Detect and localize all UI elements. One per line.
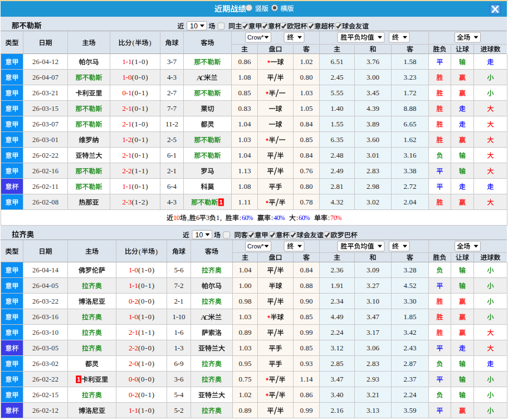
svg-text:7-2: 7-2	[174, 281, 184, 290]
svg-text:3.40: 3.40	[331, 390, 344, 399]
svg-text:2.16: 2.16	[331, 406, 344, 414]
svg-text:C: C	[200, 74, 205, 82]
svg-text:(1-0): (1-0)	[138, 406, 154, 414]
svg-text:1-1: 1-1	[123, 182, 132, 191]
svg-text:3.01: 3.01	[367, 151, 379, 159]
svg-text:0.89: 0.89	[239, 328, 252, 336]
svg-text:1.02: 1.02	[239, 390, 252, 399]
svg-text:(0-1): (0-1)	[132, 135, 148, 144]
svg-text:1.85: 1.85	[404, 312, 417, 321]
svg-text:1-0: 1-0	[129, 266, 138, 274]
svg-text:0.80: 0.80	[300, 182, 313, 191]
svg-text:3.60: 3.60	[367, 135, 379, 144]
svg-text:10: 10	[196, 231, 203, 239]
svg-text:2.36: 2.36	[331, 266, 344, 274]
svg-text:2-7: 2-7	[167, 89, 177, 97]
svg-text:1.03: 1.03	[238, 135, 251, 144]
svg-text:0-1: 0-1	[123, 89, 132, 97]
svg-text:2-5: 2-5	[167, 135, 177, 144]
svg-text:0.83: 0.83	[238, 104, 251, 113]
svg-text:1.58: 1.58	[404, 57, 417, 66]
svg-text:2.37: 2.37	[404, 375, 417, 383]
svg-text:(0-1): (0-1)	[132, 182, 148, 191]
svg-text:4-3: 4-3	[167, 198, 177, 206]
svg-text:2-2: 2-2	[123, 167, 132, 175]
svg-text:(0-0): (0-0)	[132, 73, 148, 81]
svg-text:1.55: 1.55	[331, 120, 344, 128]
svg-text:2.45: 2.45	[331, 73, 344, 81]
svg-text:3.13: 3.13	[367, 406, 379, 414]
svg-text:0.90: 0.90	[300, 297, 313, 305]
svg-text:(0-1): (0-1)	[132, 89, 148, 97]
svg-text:2.93: 2.93	[367, 375, 379, 383]
svg-text:0.78: 0.78	[300, 198, 313, 206]
svg-text:3.47: 3.47	[367, 312, 380, 321]
svg-text:4.49: 4.49	[331, 312, 344, 321]
svg-text:3.17: 3.17	[367, 328, 380, 336]
svg-text:2.87: 2.87	[404, 359, 417, 368]
svg-text:%: %	[248, 214, 253, 221]
svg-text:4.52: 4.52	[404, 281, 417, 290]
svg-text:26-03-15: 26-03-15	[32, 105, 58, 113]
svg-text:4.39: 4.39	[367, 104, 379, 113]
svg-text:6.35: 6.35	[331, 135, 344, 144]
svg-text:(0-1): (0-1)	[132, 104, 148, 113]
svg-text:2-3: 2-3	[123, 198, 132, 206]
svg-text:5-6: 5-6	[174, 266, 184, 274]
svg-text:(0-0): (0-0)	[138, 297, 154, 305]
svg-text:(1-2): (1-2)	[132, 198, 148, 206]
svg-text:2.24: 2.24	[331, 328, 344, 336]
svg-text:11-2: 11-2	[165, 120, 178, 128]
svg-text:26-04-07: 26-04-07	[32, 74, 58, 81]
svg-text:3.30: 3.30	[404, 297, 417, 305]
svg-text:3.45: 3.45	[367, 89, 379, 97]
svg-text:1.00: 1.00	[239, 281, 252, 290]
svg-text:0.84: 0.84	[300, 151, 314, 159]
svg-text:0.98: 0.98	[239, 297, 252, 305]
svg-text:2-1: 2-1	[129, 328, 138, 336]
svg-text:0.80: 0.80	[300, 73, 313, 81]
svg-text:1-1: 1-1	[129, 281, 138, 290]
svg-text:(0-1): (0-1)	[132, 151, 148, 159]
svg-text:(1-0): (1-0)	[132, 57, 148, 66]
svg-text:26-02-22: 26-02-22	[32, 375, 58, 383]
svg-text:26-02-16: 26-02-16	[32, 167, 58, 175]
svg-text:1.11: 1.11	[238, 198, 251, 206]
svg-text:(1-0): (1-0)	[138, 359, 154, 368]
svg-text:6: 6	[196, 214, 199, 222]
svg-text:3.38: 3.38	[404, 167, 417, 175]
svg-text:26-02-08: 26-02-08	[32, 198, 58, 206]
svg-text:26-04-05: 26-04-05	[32, 282, 58, 290]
svg-text:(1-0): (1-0)	[132, 120, 148, 128]
svg-text:(1-1): (1-1)	[132, 167, 148, 175]
svg-text:(1-0): (1-0)	[138, 312, 154, 321]
svg-text:1.03: 1.03	[300, 89, 313, 97]
svg-text:10: 10	[190, 22, 198, 30]
svg-text:26-02-22: 26-02-22	[32, 152, 58, 159]
svg-text:3.27: 3.27	[367, 281, 380, 290]
svg-text:6-9: 6-9	[174, 359, 184, 368]
svg-text:): )	[155, 248, 158, 256]
svg-text:2.34: 2.34	[331, 297, 344, 305]
svg-text:(1-1): (1-1)	[138, 328, 154, 336]
svg-text:3-7: 3-7	[167, 57, 177, 66]
svg-text:(0-0): (0-0)	[138, 344, 154, 352]
svg-text:(: (	[133, 39, 135, 47]
svg-text:1-2: 1-2	[123, 135, 132, 144]
svg-text:(0-1): (0-1)	[138, 281, 154, 290]
svg-text:26-03-01: 26-03-01	[32, 136, 58, 144]
svg-text:26-03-02: 26-03-02	[32, 360, 58, 368]
svg-text:Crow*: Crow*	[247, 34, 264, 41]
svg-text:1: 1	[219, 199, 223, 206]
svg-text:1: 1	[77, 376, 80, 383]
svg-text:8.88: 8.88	[404, 104, 417, 113]
svg-text:0-2: 0-2	[129, 390, 138, 399]
svg-text:0.75: 0.75	[239, 375, 252, 383]
svg-text:1-6: 1-6	[174, 328, 184, 336]
svg-text:0.84: 0.84	[300, 266, 314, 274]
svg-text:26-02-15: 26-02-15	[32, 391, 58, 399]
svg-text:6-1: 6-1	[167, 151, 177, 159]
svg-text:3.89: 3.89	[367, 120, 379, 128]
svg-text:0.85: 0.85	[300, 344, 313, 352]
svg-text:2-0: 2-0	[129, 359, 138, 368]
